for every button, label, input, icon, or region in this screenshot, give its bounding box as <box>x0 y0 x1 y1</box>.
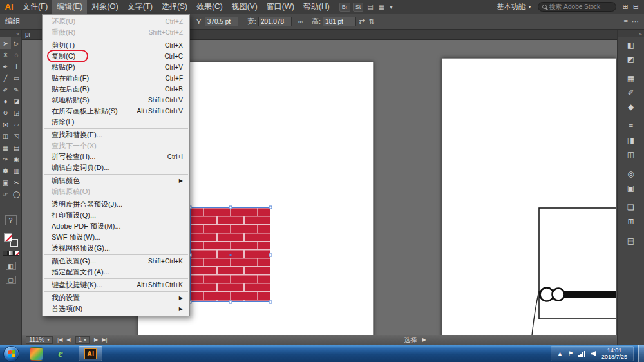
edit-menu-item[interactable]: 复制(C)Ctrl+C <box>43 51 189 62</box>
distribute-icon[interactable]: ⇅ <box>368 17 374 26</box>
menubar-item[interactable]: 编辑(E) <box>52 0 87 14</box>
slice-tool[interactable]: ✂ <box>11 176 22 188</box>
selection-tool[interactable]: ➤ <box>0 37 11 49</box>
type-tool[interactable]: T <box>11 61 22 72</box>
mesh-tool[interactable]: ▦ <box>0 142 11 153</box>
edit-menu-item[interactable]: 指定配置文件(A)... <box>43 267 189 278</box>
edit-menu-item[interactable]: 贴在前面(F)Ctrl+F <box>43 73 189 84</box>
edit-menu-item[interactable]: 贴在后面(B)Ctrl+B <box>43 84 189 95</box>
edit-menu-item[interactable]: 编辑颜色▶ <box>43 175 189 186</box>
last-artboard-button[interactable]: ▶| <box>100 337 109 343</box>
column-graph-tool[interactable]: ▥ <box>11 165 22 176</box>
search-input[interactable] <box>549 3 609 10</box>
eyedropper-tool[interactable]: ✑ <box>0 153 11 165</box>
stock-search[interactable] <box>538 2 616 12</box>
artboard-tool[interactable]: ▣ <box>0 176 11 188</box>
blend-tool[interactable]: ◉ <box>11 153 22 165</box>
color-panel-icon[interactable]: ◧ <box>623 39 639 52</box>
width-input[interactable] <box>258 17 292 26</box>
stroke-panel-icon[interactable]: ≡ <box>623 120 639 133</box>
symbol-sprayer-tool[interactable]: ✽ <box>0 165 11 176</box>
fill-stroke-indicator[interactable] <box>4 233 18 247</box>
rotate-tool[interactable]: ↻ <box>0 107 11 119</box>
constrain-proportions-icon[interactable]: ∞ <box>298 18 303 25</box>
selection-center-point[interactable] <box>229 254 231 256</box>
artboard-navigation-select[interactable]: 1 ▾ <box>75 336 90 344</box>
workspace-switcher[interactable]: 基本功能 ▾ <box>497 2 531 12</box>
edit-menu-item[interactable]: 透视网格预设(G)... <box>43 243 189 254</box>
edit-menu-item[interactable]: 清除(L) <box>43 117 189 128</box>
first-artboard-button[interactable]: |◀ <box>55 337 64 343</box>
more-options-icon[interactable]: ⋯ <box>632 17 639 26</box>
selection-handle[interactable] <box>269 206 272 209</box>
expand-panels-icon[interactable]: « <box>639 31 642 37</box>
edit-menu-item[interactable]: 键盘快捷键(K)...Alt+Shift+Ctrl+K <box>43 280 189 291</box>
grid-view-icon[interactable]: ⊞ <box>623 3 629 11</box>
line-segment-tool[interactable]: ╱ <box>0 72 11 84</box>
taskbar-browser-icon[interactable]: e <box>53 347 68 361</box>
edit-menu-item[interactable]: Adobe PDF 预设(M)... <box>43 221 189 232</box>
action-center-icon[interactable]: ⚑ <box>568 350 573 357</box>
graphic-styles-panel-icon[interactable]: ▣ <box>623 182 639 195</box>
show-hidden-icons-icon[interactable]: ▲ <box>557 350 563 357</box>
taskbar-media-app-icon[interactable] <box>28 347 44 361</box>
document-layout-icon[interactable]: ▦ <box>377 3 386 10</box>
edit-menu-item[interactable]: 拼写检查(H)...Ctrl+I <box>43 151 189 162</box>
selection-handle[interactable] <box>269 253 272 256</box>
volume-icon[interactable] <box>591 351 596 357</box>
edit-menu-item[interactable]: 透明度拼合器预设(J)... <box>43 199 189 210</box>
edit-menu-item[interactable]: 我的设置▶ <box>43 292 189 303</box>
clock[interactable]: 14:01 2018/7/25 <box>601 347 627 360</box>
show-desktop-button[interactable] <box>638 345 644 362</box>
selection-handle[interactable] <box>269 301 272 304</box>
screen-mode-button[interactable]: ▢ <box>6 276 16 284</box>
color-guide-panel-icon[interactable]: ◩ <box>623 53 639 66</box>
status-popup-icon[interactable]: ▶ <box>422 337 426 343</box>
next-artboard-button[interactable]: ▶ <box>92 337 100 343</box>
menubar-item[interactable]: 视图(V) <box>227 0 262 14</box>
edit-menu-item[interactable]: 剪切(T)Ctrl+X <box>43 40 189 51</box>
transparency-panel-icon[interactable]: ◫ <box>623 148 639 161</box>
free-transform-tool[interactable]: ▱ <box>11 119 22 130</box>
cs-live-icon[interactable]: ⊟ <box>633 3 639 11</box>
edit-menu-item[interactable]: 打印预设(Q)... <box>43 210 189 221</box>
height-input[interactable] <box>323 17 356 26</box>
taskbar-illustrator-button[interactable]: Ai <box>79 346 102 361</box>
appearance-panel-icon[interactable]: ◎ <box>623 167 639 180</box>
zoom-level-select[interactable]: 111% ▾ <box>26 336 53 344</box>
libraries-panel-icon[interactable]: ▤ <box>623 234 639 247</box>
menubar-item[interactable]: 帮助(H) <box>299 0 334 14</box>
caret-down-icon[interactable]: ▾ <box>388 3 394 10</box>
quick-button-br[interactable]: Br <box>339 3 350 12</box>
selection-handle[interactable] <box>229 301 232 304</box>
selected-object[interactable] <box>190 207 270 302</box>
paintbrush-tool[interactable]: ✐ <box>0 84 11 95</box>
help-box[interactable]: ? <box>5 215 17 225</box>
edit-menu-item[interactable]: 就地粘贴(S)Shift+Ctrl+V <box>43 95 189 106</box>
perspective-grid-tool[interactable]: ◹ <box>11 130 22 142</box>
color-button[interactable] <box>3 251 8 256</box>
fill-swatch[interactable] <box>4 233 12 242</box>
zoom-tool[interactable]: ◯ <box>11 188 22 200</box>
quick-button-st[interactable]: St <box>353 3 364 12</box>
panel-dock-icon[interactable]: ≡ <box>624 17 628 26</box>
collapse-toolbar-icon[interactable]: « <box>17 31 19 37</box>
lasso-tool[interactable]: ◌ <box>11 49 22 61</box>
menubar-item[interactable]: 窗口(W) <box>262 0 299 14</box>
none-button[interactable] <box>14 251 19 256</box>
edit-menu-item[interactable]: 查找和替换(E)... <box>43 129 189 140</box>
artboards-panel-icon[interactable]: ⊞ <box>623 215 639 228</box>
edit-menu-item[interactable]: 编辑自定词典(D)... <box>43 162 189 173</box>
blob-brush-tool[interactable]: ● <box>0 95 11 107</box>
hand-tool[interactable]: ☞ <box>0 188 11 200</box>
width-tool[interactable]: ⋈ <box>0 119 11 130</box>
y-input[interactable] <box>205 17 238 26</box>
gradient-tool[interactable]: ▤ <box>11 142 22 153</box>
shape-builder-tool[interactable]: ◫ <box>0 130 11 142</box>
menubar-item[interactable]: 文件(F) <box>18 0 52 14</box>
arrange-documents-icon[interactable]: ▤ <box>366 3 374 10</box>
eraser-tool[interactable]: ◪ <box>11 95 22 107</box>
edit-menu-item[interactable]: 颜色设置(G)...Shift+Ctrl+K <box>43 256 189 267</box>
edit-menu-item[interactable]: SWF 预设(W)... <box>43 232 189 243</box>
menubar-item[interactable]: 文字(T) <box>123 0 157 14</box>
